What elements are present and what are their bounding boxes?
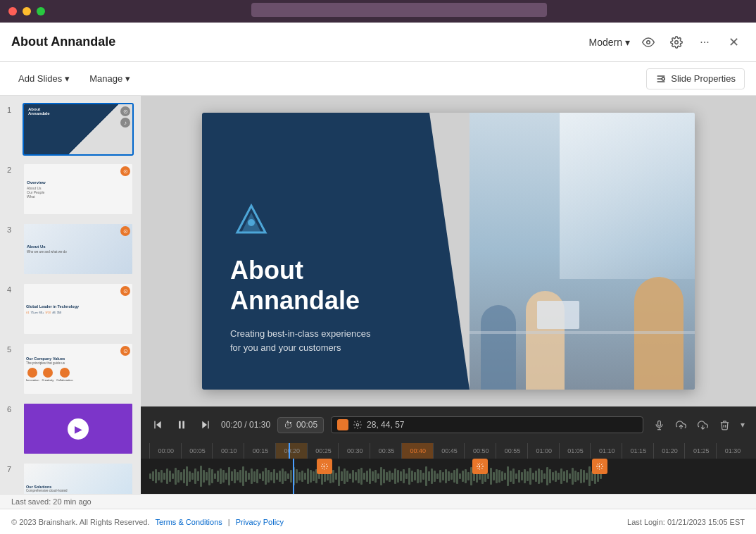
- timer-badge: ⏱ 00:05: [277, 417, 324, 433]
- pause-button[interactable]: [173, 416, 190, 433]
- slide-num-7: 7: [7, 465, 18, 473]
- terms-link[interactable]: Terms & Conditions: [155, 518, 222, 526]
- titlebar: [0, 0, 756, 23]
- slide-num-3: 3: [7, 225, 18, 234]
- video-controls: 00:20 / 01:30 ⏱ 00:05 28, 44, 57: [141, 406, 756, 443]
- ruler-mark-0: 00:00: [149, 443, 181, 459]
- slide-thumb-4[interactable]: 4 Global Leader in Technology #1 75+m 60…: [6, 281, 135, 337]
- eye-icon[interactable]: [638, 32, 658, 52]
- privacy-link[interactable]: Privacy Policy: [236, 518, 284, 526]
- ruler-mark-13: 01:05: [559, 443, 591, 459]
- slide-subtitle: Creating best-in-class experiencesfor yo…: [230, 327, 441, 354]
- toolbar-left: Add Slides ▾ Manage ▾: [11, 69, 646, 88]
- theme-chevron-icon: ▾: [625, 37, 630, 48]
- timer-value: 00:05: [296, 420, 317, 430]
- slide-logo: [230, 203, 441, 241]
- skip-back-button[interactable]: [149, 416, 166, 433]
- slide-5-icons: ⊙: [120, 346, 130, 356]
- svg-point-0: [647, 40, 650, 44]
- slide-thumb-7[interactable]: 7 Our Solutions Comprehensive cloud-host…: [6, 461, 135, 494]
- maximize-dot[interactable]: [37, 7, 45, 15]
- svg-rect-8: [154, 421, 155, 429]
- slide-img-6: ▶: [23, 402, 134, 455]
- timeline-marker-1[interactable]: [317, 459, 332, 474]
- timeline-track[interactable]: [141, 459, 756, 494]
- svg-point-1: [675, 40, 679, 44]
- slide-properties-label: Slide Properties: [671, 73, 736, 84]
- manage-button[interactable]: Manage ▾: [82, 69, 137, 88]
- last-login-text: Last Login: 01/21/2023 15:05 EST: [627, 518, 745, 526]
- slide-thumb-1[interactable]: 1 About Annandale ⊙ ♪: [6, 101, 135, 157]
- expand-button[interactable]: ▾: [738, 417, 748, 433]
- toolbar: Add Slides ▾ Manage ▾ Slide Properties: [0, 62, 756, 96]
- timeline-markers: [149, 459, 748, 494]
- microphone-button[interactable]: [650, 417, 668, 433]
- timeline-ruler: 00:00 00:05 00:10 00:15 00:20 00:25 00:3…: [141, 443, 756, 459]
- slide-thumb-2[interactable]: 2 Overview About Us Our People What ⊙: [6, 161, 135, 217]
- ruler-mark-14: 01:10: [590, 443, 622, 459]
- slide-view-area: About Annandale Creating best-in-class e…: [141, 96, 756, 494]
- close-button[interactable]: ✕: [723, 32, 745, 53]
- svg-rect-10: [182, 421, 184, 429]
- url-bar[interactable]: [251, 3, 547, 17]
- minimize-dot[interactable]: [23, 7, 31, 15]
- people-photo: [470, 113, 695, 390]
- timeline-marker-3[interactable]: [592, 459, 607, 474]
- slide-1-icon-mic: ♪: [120, 118, 130, 128]
- slide-panel: 1 About Annandale ⊙ ♪ 2: [0, 96, 141, 494]
- ruler-marks: 00:00 00:05 00:10 00:15 00:20 00:25 00:3…: [149, 443, 748, 459]
- rgb-control[interactable]: 28, 44, 57: [331, 416, 643, 433]
- settings-icon[interactable]: [667, 32, 686, 52]
- slide-1-icons: ⊙ ♪: [120, 106, 130, 128]
- url-bar-container: [51, 3, 748, 20]
- time-display: 00:20 / 01:30: [221, 420, 270, 430]
- slide-img-3: About Us Who we are and what we do ⊙: [23, 223, 134, 275]
- theme-selector[interactable]: Modern ▾: [589, 37, 630, 48]
- page-title: About Annandale: [11, 35, 589, 49]
- ruler-mark-17: 01:25: [684, 443, 716, 459]
- slide-num-2: 2: [7, 166, 18, 174]
- cloud-download-button[interactable]: [694, 417, 712, 433]
- skip-forward-button[interactable]: [197, 416, 214, 433]
- slide-frame: About Annandale Creating best-in-class e…: [202, 113, 695, 390]
- slide-canvas: About Annandale Creating best-in-class e…: [141, 96, 756, 406]
- svg-rect-14: [658, 421, 661, 426]
- playhead[interactable]: [289, 443, 290, 459]
- rgb-dot-icon: [337, 419, 348, 430]
- ruler-mark-9: 00:45: [433, 443, 465, 459]
- add-slides-button[interactable]: Add Slides ▾: [11, 69, 77, 88]
- slide-thumb-6[interactable]: 6 ▶: [6, 401, 135, 457]
- delete-button[interactable]: [716, 417, 733, 433]
- slide-2-icons: ⊙: [120, 166, 130, 176]
- ruler-mark-18: 01:30: [716, 443, 748, 459]
- svg-rect-9: [179, 421, 181, 429]
- svg-point-13: [356, 423, 359, 426]
- svg-point-6: [248, 219, 255, 226]
- slide-thumb-3[interactable]: 3 About Us Who we are and what we do ⊙: [6, 221, 135, 277]
- save-indicator: Last saved: 20 min ago: [0, 494, 756, 509]
- slide-properties-button[interactable]: Slide Properties: [646, 68, 745, 89]
- slide-1-icon-eye: ⊙: [120, 106, 130, 116]
- slide-img-5: Our Company Values The principles that g…: [23, 342, 134, 395]
- cloud-upload-button[interactable]: [672, 417, 690, 433]
- header-actions: Modern ▾ ··· ✕: [589, 32, 745, 53]
- slide-3-icon-marker: ⊙: [120, 226, 130, 236]
- slide-img-7: Our Solutions Comprehensive cloud-hosted: [23, 462, 134, 494]
- svg-marker-7: [156, 421, 161, 429]
- slide-num-4: 4: [7, 285, 18, 294]
- ruler-mark-8: 00:40: [401, 443, 433, 459]
- svg-rect-12: [208, 421, 208, 429]
- slide-6-play-icon: ▶: [68, 418, 89, 440]
- footer-left: © 2023 Brainshark. All Rights Reserved. …: [11, 518, 284, 526]
- footer: © 2023 Brainshark. All Rights Reserved. …: [0, 509, 756, 534]
- close-dot[interactable]: [8, 7, 17, 15]
- slide-thumb-5[interactable]: 5 Our Company Values The principles that…: [6, 341, 135, 397]
- slide-5-icon-marker: ⊙: [120, 346, 130, 356]
- slide-2-icon-marker: ⊙: [120, 166, 130, 176]
- ruler-mark-12: 01:00: [527, 443, 559, 459]
- ruler-mark-15: 01:15: [622, 443, 653, 459]
- more-icon[interactable]: ···: [695, 32, 714, 52]
- timeline-playhead[interactable]: [293, 459, 294, 494]
- timer-icon: ⏱: [284, 420, 293, 430]
- timeline-marker-2[interactable]: [472, 459, 488, 474]
